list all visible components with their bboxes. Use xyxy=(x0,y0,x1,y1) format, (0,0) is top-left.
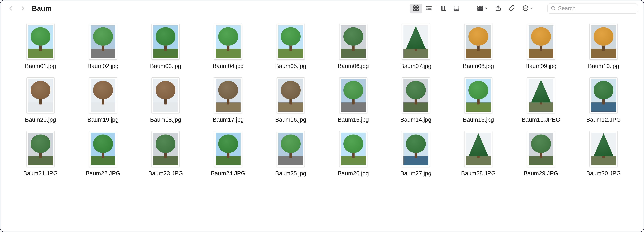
file-item[interactable]: Baum26.jpg xyxy=(325,131,382,176)
grid-icon xyxy=(413,5,419,12)
file-thumbnail xyxy=(590,78,618,113)
list-icon xyxy=(426,5,432,12)
file-label: Baum08.jpg xyxy=(463,63,494,69)
group-by-button[interactable] xyxy=(476,4,488,12)
svg-point-8 xyxy=(426,10,427,10)
svg-point-26 xyxy=(513,6,514,7)
file-item[interactable]: Baum27.jpg xyxy=(388,131,444,176)
file-thumbnail xyxy=(277,24,305,60)
forward-button[interactable] xyxy=(20,5,26,12)
svg-line-32 xyxy=(554,9,555,10)
file-label: Baum13.jpg xyxy=(463,116,494,123)
more-actions-button[interactable] xyxy=(522,4,534,12)
ellipsis-circle-icon xyxy=(522,5,529,12)
file-item[interactable]: Baum07.jpg xyxy=(388,24,444,69)
divider xyxy=(436,6,436,11)
file-thumbnail xyxy=(214,131,242,167)
svg-point-28 xyxy=(524,8,525,8)
share-icon xyxy=(495,5,501,12)
file-item[interactable]: Baum04.jpg xyxy=(200,24,256,69)
file-thumbnail xyxy=(26,78,54,113)
file-label: Baum30.JPG xyxy=(586,170,621,176)
file-item[interactable]: Baum22.JPG xyxy=(74,131,131,176)
file-item[interactable]: Baum19.jpg xyxy=(74,78,131,123)
svg-rect-1 xyxy=(416,6,418,8)
file-item[interactable]: Baum02.jpg xyxy=(74,24,131,69)
view-list-button[interactable] xyxy=(422,4,435,13)
file-thumbnail xyxy=(590,131,618,167)
file-thumbnail xyxy=(152,78,180,113)
file-thumbnail xyxy=(527,24,555,60)
file-item[interactable]: Baum25.jpg xyxy=(262,131,319,176)
file-item[interactable]: Baum18.jpg xyxy=(137,78,194,123)
file-item[interactable]: Baum09.jpg xyxy=(512,24,569,69)
content-area[interactable]: Baum01.jpgBaum02.jpgBaum03.jpgBaum04.jpg… xyxy=(0,16,644,232)
search-icon xyxy=(551,6,556,11)
file-item[interactable]: Baum08.jpg xyxy=(450,24,507,69)
file-thumbnail xyxy=(464,24,492,60)
view-columns-button[interactable] xyxy=(437,4,450,13)
nav-group: Baum xyxy=(8,4,52,12)
view-gallery-button[interactable] xyxy=(450,4,463,13)
file-label: Baum17.jpg xyxy=(212,116,244,123)
file-item[interactable]: Baum21.JPG xyxy=(12,131,69,176)
svg-rect-2 xyxy=(414,9,416,11)
file-thumbnail xyxy=(527,131,555,167)
search-input[interactable] xyxy=(558,5,634,12)
file-item[interactable]: Baum28.JPG xyxy=(450,131,507,176)
file-label: Baum09.jpg xyxy=(526,63,556,69)
file-item[interactable]: Baum16.jpg xyxy=(262,78,319,123)
svg-point-4 xyxy=(426,6,427,7)
file-item[interactable]: Baum03.jpg xyxy=(137,24,194,69)
file-label: Baum03.jpg xyxy=(150,63,181,69)
file-label: Baum11.JPEG xyxy=(522,116,560,123)
file-item[interactable]: Baum05.jpg xyxy=(262,24,319,69)
file-label: Baum20.jpg xyxy=(25,116,56,123)
svg-rect-13 xyxy=(454,6,459,9)
tags-button[interactable] xyxy=(508,4,516,12)
folder-title: Baum xyxy=(32,4,52,12)
file-thumbnail xyxy=(339,24,367,60)
file-item[interactable]: Baum10.jpg xyxy=(575,24,632,69)
search-field[interactable] xyxy=(548,3,638,14)
svg-point-29 xyxy=(525,8,526,8)
file-label: Baum04.jpg xyxy=(212,63,244,69)
back-button[interactable] xyxy=(8,5,14,12)
file-label: Baum02.jpg xyxy=(88,63,118,69)
file-thumbnail xyxy=(152,131,180,167)
svg-rect-17 xyxy=(478,6,479,7)
columns-icon xyxy=(440,5,447,12)
share-button[interactable] xyxy=(494,4,502,12)
file-thumbnail xyxy=(402,131,430,167)
file-thumbnail xyxy=(402,24,430,60)
file-item[interactable]: Baum29.JPG xyxy=(512,131,569,176)
file-item[interactable]: Baum30.JPG xyxy=(575,131,632,176)
file-item[interactable]: Baum01.jpg xyxy=(12,24,69,69)
file-item[interactable]: Baum11.JPEG xyxy=(512,78,569,123)
file-item[interactable]: Baum24.JPG xyxy=(200,131,256,176)
svg-rect-20 xyxy=(478,8,479,10)
file-label: Baum07.jpg xyxy=(400,63,431,69)
file-thumbnail xyxy=(464,78,492,113)
file-thumbnail xyxy=(339,78,367,113)
file-item[interactable]: Baum20.jpg xyxy=(12,78,69,123)
tag-icon xyxy=(509,5,515,12)
toolbar: Baum xyxy=(0,0,644,16)
file-thumbnail xyxy=(89,24,117,60)
file-item[interactable]: Baum17.jpg xyxy=(200,78,256,123)
file-item[interactable]: Baum15.jpg xyxy=(325,78,382,123)
file-thumbnail xyxy=(590,24,618,60)
file-thumbnail xyxy=(464,131,492,167)
file-grid: Baum01.jpgBaum02.jpgBaum03.jpgBaum04.jpg… xyxy=(12,24,632,176)
file-item[interactable]: Baum13.jpg xyxy=(450,78,507,123)
file-item[interactable]: Baum12.JPG xyxy=(575,78,632,123)
file-label: Baum18.jpg xyxy=(150,116,181,123)
file-item[interactable]: Baum14.jpg xyxy=(388,78,444,123)
file-item[interactable]: Baum23.JPG xyxy=(137,131,194,176)
file-label: Baum23.JPG xyxy=(148,170,183,176)
file-label: Baum28.JPG xyxy=(461,170,496,176)
view-icons-button[interactable] xyxy=(410,4,422,13)
svg-rect-15 xyxy=(456,10,457,11)
file-item[interactable]: Baum06.jpg xyxy=(325,24,382,69)
file-label: Baum19.jpg xyxy=(88,116,118,123)
